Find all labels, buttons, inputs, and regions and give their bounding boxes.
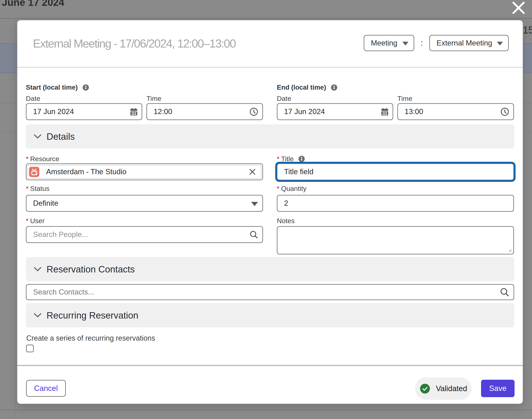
- save-button-label: Save: [489, 384, 506, 393]
- event-type-select[interactable]: Meeting: [364, 35, 414, 51]
- end-date-value: 17 Jun 2024: [284, 107, 325, 116]
- user-search-input[interactable]: Search People...: [26, 226, 263, 243]
- calendar-header-line: [0, 18, 532, 19]
- footer-divider: [17, 365, 523, 366]
- quantity-value: 2: [284, 199, 288, 208]
- user-label-text: User: [30, 217, 44, 225]
- clock-icon[interactable]: [501, 108, 509, 116]
- section-details-label: Details: [47, 131, 75, 142]
- chevron-down-icon: [34, 313, 41, 317]
- section-reservation-contacts-label: Reservation Contacts: [47, 264, 135, 275]
- close-icon[interactable]: [512, 1, 525, 14]
- start-time-value: 12:00: [154, 107, 172, 116]
- check-circle-icon: [420, 384, 430, 393]
- cancel-button[interactable]: Cancel: [26, 380, 66, 397]
- info-icon[interactable]: [83, 84, 89, 91]
- quantity-input[interactable]: 2: [277, 195, 514, 212]
- status-label-text: Status: [30, 185, 49, 193]
- end-time-label: Time: [397, 95, 412, 103]
- end-date-label: Date: [277, 95, 291, 103]
- end-time-value: 13:00: [405, 107, 423, 116]
- cancel-button-label: Cancel: [34, 384, 58, 393]
- dialog-title-placeholder[interactable]: External Meeting - 17/06/2024, 12:00–13:…: [33, 37, 235, 50]
- clear-icon[interactable]: [248, 168, 256, 176]
- resize-handle-icon[interactable]: [507, 248, 512, 252]
- calendar-icon[interactable]: [130, 108, 137, 116]
- clock-icon[interactable]: [250, 108, 258, 116]
- calendar-gutter-line: [15, 19, 15, 419]
- contacts-placeholder: Search Contacts...: [33, 288, 94, 296]
- tv-icon: [29, 167, 39, 177]
- event-type-value: Meeting: [371, 39, 397, 47]
- end-group-label-text: End (local time): [277, 84, 326, 91]
- resource-value: Amsterdam - The Studio: [46, 168, 126, 176]
- recurring-checkbox[interactable]: [26, 345, 34, 352]
- status-label: * Status: [26, 185, 50, 193]
- required-mark: *: [277, 185, 279, 193]
- event-subtype-value: External Meeting: [437, 39, 492, 47]
- contacts-search-input[interactable]: Search Contacts...: [26, 284, 514, 300]
- notes-label: Notes: [277, 217, 295, 225]
- user-placeholder: Search People...: [33, 230, 88, 239]
- calendar-row-line: [0, 410, 532, 410]
- required-mark: *: [277, 155, 279, 163]
- start-time-input[interactable]: 12:00: [146, 103, 263, 120]
- status-select[interactable]: Definite: [26, 195, 263, 212]
- calendar-hour-label: 15: [523, 24, 532, 36]
- resource-selected-item: Amsterdam - The Studio: [27, 165, 261, 179]
- title-input[interactable]: Title field: [277, 163, 514, 180]
- info-icon[interactable]: [299, 156, 305, 162]
- validated-badge: Validated: [415, 377, 472, 400]
- section-recurring-reservation-label: Recurring Reservation: [47, 310, 138, 321]
- info-icon[interactable]: [331, 84, 337, 91]
- validated-badge-label: Validated: [436, 384, 467, 393]
- resource-label-text: Resource: [30, 155, 59, 163]
- calendar-icon[interactable]: [381, 108, 388, 116]
- resource-combobox[interactable]: Amsterdam - The Studio: [26, 163, 263, 180]
- chevron-down-icon: [402, 42, 409, 46]
- notes-label-text: Notes: [277, 217, 295, 225]
- section-recurring-reservation[interactable]: Recurring Reservation: [26, 303, 514, 327]
- required-mark: *: [26, 217, 28, 225]
- header-divider: [17, 67, 523, 67]
- section-reservation-contacts[interactable]: Reservation Contacts: [26, 257, 514, 281]
- quantity-label: * Quantity: [277, 185, 307, 193]
- screen: June 17 2024 15 External Meeting - 17/06…: [0, 0, 532, 419]
- end-time-input[interactable]: 13:00: [397, 103, 514, 120]
- chevron-down-icon: [251, 202, 258, 206]
- chevron-down-icon: [34, 134, 41, 139]
- section-details[interactable]: Details: [26, 124, 514, 149]
- end-date-input[interactable]: 17 Jun 2024: [277, 103, 393, 120]
- calendar-date-heading: June 17 2024: [2, 0, 64, 8]
- chevron-down-icon: [497, 42, 503, 46]
- chevron-down-icon: [34, 267, 41, 272]
- end-group-label: End (local time): [277, 84, 337, 91]
- save-button[interactable]: Save: [481, 380, 515, 397]
- start-time-label: Time: [146, 95, 161, 103]
- start-group-label-text: Start (local time): [26, 84, 78, 91]
- start-date-value: 17 Jun 2024: [33, 107, 74, 116]
- required-mark: *: [26, 185, 28, 193]
- reservation-dialog: External Meeting - 17/06/2024, 12:00–13:…: [17, 20, 523, 404]
- recurring-checkbox-label: Create a series of recurring reservation…: [26, 334, 155, 342]
- title-value: Title field: [284, 168, 314, 176]
- start-group-label: Start (local time): [26, 84, 89, 91]
- notes-textarea[interactable]: [277, 226, 514, 254]
- type-separator: :: [414, 35, 429, 51]
- search-icon: [500, 288, 509, 297]
- event-subtype-select[interactable]: External Meeting: [429, 35, 509, 51]
- user-label: * User: [26, 217, 44, 225]
- required-mark: *: [26, 155, 28, 163]
- title-label: * Title: [277, 155, 305, 163]
- title-label-text: Title: [281, 155, 294, 163]
- quantity-label-text: Quantity: [281, 185, 307, 193]
- start-date-input[interactable]: 17 Jun 2024: [26, 103, 142, 120]
- search-icon: [250, 231, 258, 239]
- start-date-label: Date: [26, 95, 40, 103]
- status-value: Definite: [33, 199, 58, 208]
- resource-label: * Resource: [26, 155, 59, 163]
